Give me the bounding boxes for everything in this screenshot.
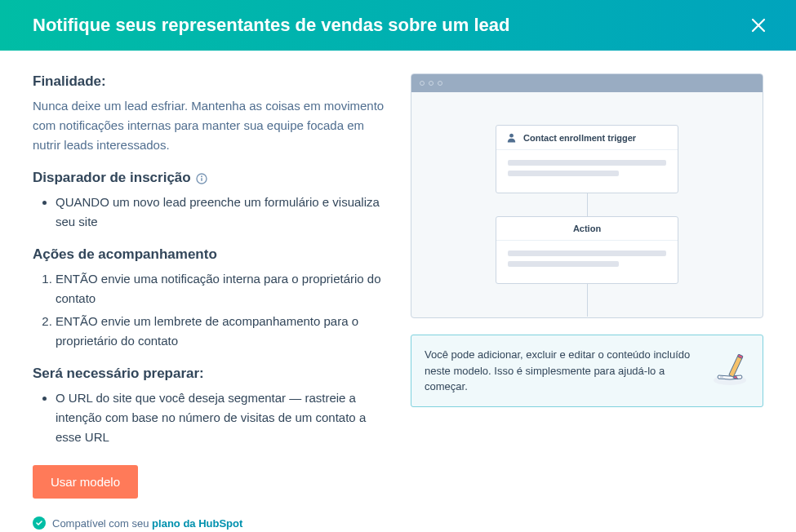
trigger-list: QUANDO um novo lead preenche um formulár…: [33, 193, 386, 232]
flow-trigger-label: Contact enrollment trigger: [523, 133, 636, 143]
person-icon: [506, 132, 517, 143]
list-item: ENTÃO envie uma notificação interna para…: [56, 269, 386, 308]
purpose-text: Nunca deixe um lead esfriar. Mantenha as…: [33, 96, 386, 155]
left-column: Finalidade: Nunca deixe um lead esfriar.…: [33, 73, 386, 530]
modal-title: Notifique seus representantes de vendas …: [33, 15, 509, 36]
prepare-heading: Será necessário preparar:: [33, 366, 386, 382]
use-template-button[interactable]: Usar modelo: [33, 465, 138, 499]
flow-action-label: Action: [573, 224, 601, 233]
trigger-heading-text: Disparador de inscrição: [33, 170, 191, 185]
preview-canvas: Contact enrollment trigger Action: [411, 92, 763, 318]
close-icon: [751, 18, 766, 33]
flow-card-body: [496, 150, 678, 193]
window-dot-icon: [429, 81, 434, 86]
svg-rect-5: [729, 356, 742, 377]
workflow-preview: Contact enrollment trigger Action: [411, 73, 763, 318]
info-icon[interactable]: [196, 173, 207, 184]
skeleton-line: [508, 261, 619, 267]
svg-rect-2: [202, 178, 203, 181]
flow-trigger-card: Contact enrollment trigger: [496, 125, 678, 193]
modal-header: Notifique seus representantes de vendas …: [0, 0, 796, 51]
flow-connector: [587, 193, 588, 216]
window-dot-icon: [420, 81, 425, 86]
skeleton-line: [508, 171, 619, 176]
list-item: QUANDO um novo lead preenche um formulár…: [56, 193, 386, 232]
list-item: O URL do site que você deseja segmentar …: [56, 388, 386, 447]
flow-connector: [587, 284, 588, 317]
list-item: ENTÃO envie um lembrete de acompanhament…: [56, 312, 386, 351]
skeleton-line: [508, 160, 666, 166]
svg-point-3: [509, 134, 514, 138]
actions-list: ENTÃO envie uma notificação interna para…: [33, 269, 386, 351]
hubspot-plan-link[interactable]: plano da HubSpot: [152, 517, 242, 530]
compat-text: Compatível com seu plano da HubSpot: [52, 517, 242, 530]
purpose-heading: Finalidade:: [33, 73, 386, 90]
check-circle-icon: [33, 516, 46, 530]
compatibility-row: Compatível com seu plano da HubSpot: [33, 516, 386, 530]
flow-card-header: Contact enrollment trigger: [496, 126, 678, 150]
trigger-heading: Disparador de inscrição: [33, 170, 386, 186]
flow-card-header: Action: [496, 217, 678, 241]
right-column: Contact enrollment trigger Action: [411, 73, 763, 530]
close-button[interactable]: [745, 12, 772, 38]
flow-action-card: Action: [496, 216, 678, 284]
window-dot-icon: [438, 81, 442, 86]
tip-text: Você pode adicionar, excluir e editar o …: [425, 347, 700, 395]
flow-card-body: [496, 241, 678, 283]
svg-point-1: [201, 175, 202, 177]
actions-heading: Ações de acompanhamento: [33, 246, 386, 263]
tip-callout: Você pode adicionar, excluir e editar o …: [411, 335, 763, 407]
skeleton-line: [508, 250, 666, 256]
prepare-list: O URL do site que você deseja segmentar …: [33, 388, 386, 447]
modal-body: Finalidade: Nunca deixe um lead esfriar.…: [0, 51, 796, 532]
pencil-note-icon: [710, 352, 749, 388]
compat-prefix: Compatível com seu: [52, 517, 152, 530]
preview-window-chrome: [411, 74, 763, 92]
